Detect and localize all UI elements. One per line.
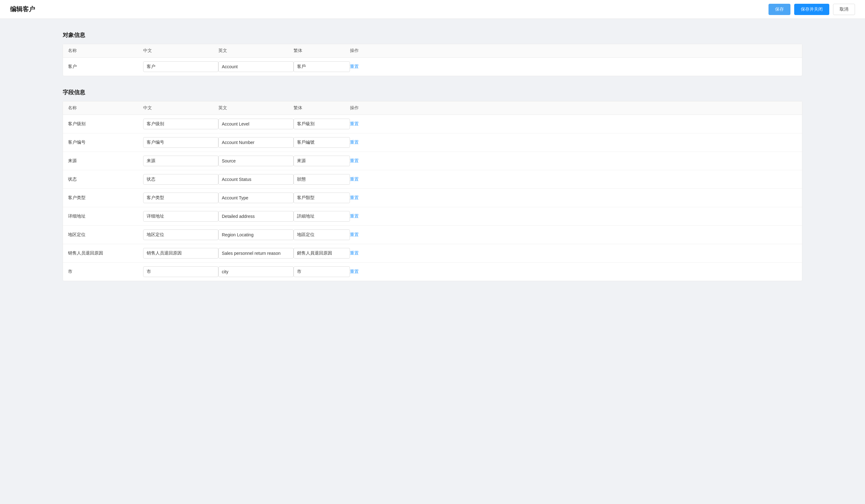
field-english-input-cell	[218, 192, 293, 203]
obj-english-input[interactable]	[218, 61, 293, 72]
obj-english-input-cell	[218, 61, 293, 72]
field-english-input[interactable]	[218, 266, 293, 277]
field-chinese-input[interactable]	[143, 266, 218, 277]
field-chinese-input[interactable]	[143, 174, 218, 185]
field-chinese-input-cell	[143, 192, 218, 203]
field-info-table: 名称 中文 英文 繁体 操作 客户级别 重置 客户编号	[63, 101, 802, 281]
field-english-input[interactable]	[218, 137, 293, 148]
field-reset-link[interactable]: 重置	[350, 213, 375, 219]
field-row-name: 来源	[68, 158, 143, 164]
object-table-header: 名称 中文 英文 繁体 操作	[63, 44, 802, 58]
header-actions: 保存 保存并关闭 取消	[769, 4, 855, 15]
page-header: 编辑客户 保存 保存并关闭 取消	[0, 0, 865, 19]
field-english-input-cell	[218, 248, 293, 259]
field-traditional-input[interactable]	[293, 248, 350, 259]
object-table-body: 客户 重置	[63, 58, 802, 76]
field-reset-link[interactable]: 重置	[350, 195, 375, 201]
field-english-input[interactable]	[218, 119, 293, 129]
field-english-input[interactable]	[218, 230, 293, 240]
field-table-body: 客户级别 重置 客户编号 重置 来源	[63, 115, 802, 281]
save-button[interactable]: 保存	[769, 4, 791, 15]
cancel-button[interactable]: 取消	[833, 4, 855, 15]
obj-chinese-input[interactable]	[143, 61, 218, 72]
obj-traditional-input-cell	[293, 61, 350, 72]
field-traditional-input-cell	[293, 174, 350, 185]
field-reset-link[interactable]: 重置	[350, 177, 375, 182]
field-reset-link[interactable]: 重置	[350, 140, 375, 145]
field-chinese-input[interactable]	[143, 230, 218, 240]
field-table-row: 客户类型 重置	[63, 189, 802, 207]
field-col-action: 操作	[350, 105, 375, 111]
field-reset-link[interactable]: 重置	[350, 250, 375, 256]
field-chinese-input-cell	[143, 155, 218, 166]
field-table-row: 详细地址 重置	[63, 207, 802, 226]
field-traditional-input-cell	[293, 211, 350, 222]
field-traditional-input[interactable]	[293, 211, 350, 222]
obj-col-action: 操作	[350, 48, 375, 54]
field-english-input[interactable]	[218, 192, 293, 203]
field-traditional-input[interactable]	[293, 119, 350, 129]
field-traditional-input-cell	[293, 192, 350, 203]
field-row-name: 客户类型	[68, 195, 143, 201]
field-chinese-input[interactable]	[143, 137, 218, 148]
field-english-input[interactable]	[218, 174, 293, 185]
obj-row-name: 客户	[68, 64, 143, 70]
field-table-row: 状态 重置	[63, 170, 802, 189]
page-title: 编辑客户	[10, 5, 35, 13]
field-reset-link[interactable]: 重置	[350, 158, 375, 164]
field-traditional-input[interactable]	[293, 266, 350, 277]
field-english-input-cell	[218, 174, 293, 185]
field-traditional-input[interactable]	[293, 230, 350, 240]
field-english-input[interactable]	[218, 211, 293, 222]
field-chinese-input-cell	[143, 174, 218, 185]
obj-col-traditional: 繁体	[293, 48, 350, 54]
field-chinese-input[interactable]	[143, 119, 218, 129]
field-chinese-input-cell	[143, 211, 218, 222]
obj-chinese-input-cell	[143, 61, 218, 72]
field-english-input[interactable]	[218, 248, 293, 259]
field-traditional-input[interactable]	[293, 137, 350, 148]
field-table-row: 客户级别 重置	[63, 115, 802, 133]
field-english-input-cell	[218, 119, 293, 129]
field-english-input-cell	[218, 230, 293, 240]
field-chinese-input-cell	[143, 230, 218, 240]
field-col-english: 英文	[218, 105, 293, 111]
field-reset-link[interactable]: 重置	[350, 269, 375, 274]
field-english-input[interactable]	[218, 155, 293, 166]
field-traditional-input-cell	[293, 248, 350, 259]
field-chinese-input[interactable]	[143, 192, 218, 203]
main-content: 对象信息 名称 中文 英文 繁体 操作 客户 重置 字段信息 名称 中文	[0, 19, 865, 306]
field-english-input-cell	[218, 211, 293, 222]
field-col-name: 名称	[68, 105, 143, 111]
field-row-name: 市	[68, 269, 143, 274]
field-chinese-input-cell	[143, 248, 218, 259]
field-traditional-input-cell	[293, 230, 350, 240]
field-chinese-input[interactable]	[143, 155, 218, 166]
field-reset-link[interactable]: 重置	[350, 232, 375, 238]
field-row-name: 客户级别	[68, 121, 143, 127]
field-traditional-input[interactable]	[293, 174, 350, 185]
field-traditional-input[interactable]	[293, 192, 350, 203]
field-table-header: 名称 中文 英文 繁体 操作	[63, 102, 802, 115]
field-row-name: 客户编号	[68, 140, 143, 145]
field-traditional-input-cell	[293, 266, 350, 277]
field-row-name: 详细地址	[68, 213, 143, 219]
field-table-row: 销售人员退回原因 重置	[63, 244, 802, 263]
field-chinese-input[interactable]	[143, 248, 218, 259]
field-table-row: 客户编号 重置	[63, 133, 802, 152]
save-close-button[interactable]: 保存并关闭	[794, 4, 829, 15]
field-row-name: 地区定位	[68, 232, 143, 238]
object-info-table: 名称 中文 英文 繁体 操作 客户 重置	[63, 44, 802, 76]
field-col-traditional: 繁体	[293, 105, 350, 111]
field-chinese-input-cell	[143, 266, 218, 277]
field-traditional-input-cell	[293, 137, 350, 148]
obj-reset-link[interactable]: 重置	[350, 64, 375, 70]
field-section-title: 字段信息	[63, 89, 802, 96]
field-traditional-input[interactable]	[293, 155, 350, 166]
obj-col-name: 名称	[68, 48, 143, 54]
field-english-input-cell	[218, 155, 293, 166]
field-reset-link[interactable]: 重置	[350, 121, 375, 127]
obj-traditional-input[interactable]	[293, 61, 350, 72]
object-section-title: 对象信息	[63, 31, 802, 39]
field-chinese-input[interactable]	[143, 211, 218, 222]
